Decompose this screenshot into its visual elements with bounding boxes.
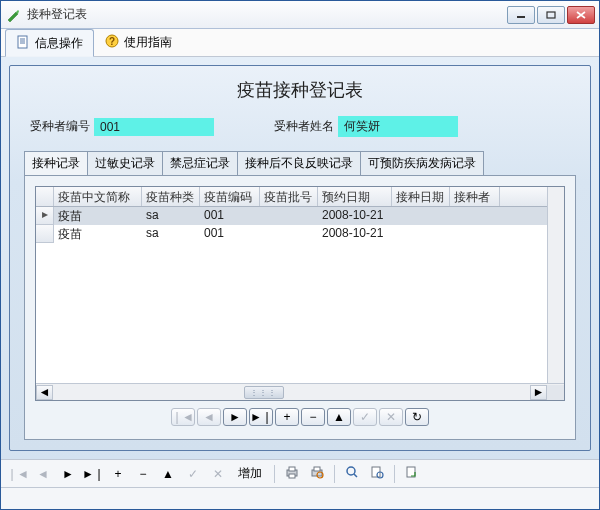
subtab-preventable-disease-record[interactable]: 可预防疾病发病记录 xyxy=(361,151,484,175)
subtab-body: 疫苗中文简称 疫苗种类 疫苗编码 疫苗批号 预约日期 接种日期 接种者 ▸ xyxy=(24,175,576,440)
titlebar: 接种登记表 xyxy=(1,1,599,29)
print-preview-button[interactable] xyxy=(306,464,328,484)
tab-help-guide[interactable]: ? 使用指南 xyxy=(94,29,183,56)
scroll-right-icon[interactable]: ► xyxy=(530,385,547,400)
printer-search-icon xyxy=(310,465,324,482)
vertical-scrollbar[interactable] xyxy=(547,187,564,383)
subtabs: 接种记录 过敏史记录 禁忌症记录 接种后不良反映记录 可预防疾病发病记录 xyxy=(24,151,576,175)
bb-edit-button[interactable]: ▲ xyxy=(157,464,179,484)
col-header[interactable]: 接种者 xyxy=(450,187,500,206)
col-header[interactable]: 疫苗种类 xyxy=(142,187,200,206)
subtab-vaccination-record[interactable]: 接种记录 xyxy=(24,151,88,175)
tab-label: 使用指南 xyxy=(124,34,172,51)
minimize-button[interactable] xyxy=(507,6,535,24)
subtab-allergy-record[interactable]: 过敏史记录 xyxy=(88,151,163,175)
tab-info-ops[interactable]: 信息操作 xyxy=(5,29,94,57)
row-indicator-icon xyxy=(36,225,54,243)
search-icon xyxy=(345,465,359,482)
bb-cancel-button[interactable]: ✕ xyxy=(207,464,229,484)
nav-prev-button[interactable]: ◄ xyxy=(197,408,221,426)
nav-refresh-button[interactable]: ↻ xyxy=(405,408,429,426)
col-header[interactable]: 接种日期 xyxy=(392,187,450,206)
recipient-name-value[interactable]: 何笑妍 xyxy=(338,116,458,137)
bb-add-button[interactable]: + xyxy=(107,464,129,484)
grid-header: 疫苗中文简称 疫苗种类 疫苗编码 疫苗批号 预约日期 接种日期 接种者 xyxy=(36,187,547,207)
nav-delete-button[interactable]: − xyxy=(301,408,325,426)
svg-point-14 xyxy=(347,467,355,475)
printer-icon xyxy=(285,465,299,482)
recipient-name-label: 受种者姓名 xyxy=(274,118,334,135)
svg-rect-2 xyxy=(18,36,27,48)
col-header[interactable]: 疫苗批号 xyxy=(260,187,318,206)
bb-last-button[interactable]: ►❘ xyxy=(82,464,104,484)
table-row[interactable]: ▸ 疫苗 sa 001 2008-10-21 xyxy=(36,207,547,225)
bb-prev-button[interactable]: ◄ xyxy=(32,464,54,484)
col-header[interactable]: 预约日期 xyxy=(318,187,392,206)
svg-rect-9 xyxy=(289,467,295,471)
app-icon xyxy=(5,7,21,23)
tab-label: 信息操作 xyxy=(35,35,83,52)
bottom-toolbar: ❘◄ ◄ ► ►❘ + − ▲ ✓ ✕ 增加 xyxy=(1,459,599,487)
document-search-icon xyxy=(370,465,384,482)
page-title: 疫苗接种登记表 xyxy=(24,70,576,116)
subtab-adverse-reaction-record[interactable]: 接种后不良反映记录 xyxy=(238,151,361,175)
content-area: 疫苗接种登记表 受种者编号 001 受种者姓名 何笑妍 接种记录 过敏史记录 禁… xyxy=(1,57,599,459)
recipient-id-label: 受种者编号 xyxy=(30,118,90,135)
svg-rect-10 xyxy=(289,474,295,478)
svg-rect-1 xyxy=(547,12,555,18)
export-button[interactable] xyxy=(401,464,423,484)
horizontal-scrollbar[interactable]: ◄ ⋮⋮⋮ ► xyxy=(36,383,564,400)
nav-last-button[interactable]: ►❘ xyxy=(249,408,273,426)
recipient-id-value[interactable]: 001 xyxy=(94,118,214,136)
bb-next-button[interactable]: ► xyxy=(57,464,79,484)
data-grid[interactable]: 疫苗中文简称 疫苗种类 疫苗编码 疫苗批号 预约日期 接种日期 接种者 ▸ xyxy=(35,186,565,401)
svg-text:?: ? xyxy=(109,36,115,47)
nav-cancel-button[interactable]: ✕ xyxy=(379,408,403,426)
close-button[interactable] xyxy=(567,6,595,24)
table-row[interactable]: 疫苗 sa 001 2008-10-21 xyxy=(36,225,547,243)
grid-body: ▸ 疫苗 sa 001 2008-10-21 xyxy=(36,207,547,383)
help-icon: ? xyxy=(105,34,119,51)
document-icon xyxy=(16,35,30,52)
subtab-contraindication-record[interactable]: 禁忌症记录 xyxy=(163,151,238,175)
nav-first-button[interactable]: ❘◄ xyxy=(171,408,195,426)
form-row: 受种者编号 001 受种者姓名 何笑妍 xyxy=(24,116,576,137)
nav-next-button[interactable]: ► xyxy=(223,408,247,426)
svg-rect-12 xyxy=(314,467,320,471)
nav-post-button[interactable]: ✓ xyxy=(353,408,377,426)
app-window: 接种登记表 信息操作 ? 使用指南 疫苗接种登记表 受种者编号 001 xyxy=(0,0,600,510)
main-toolbar: 信息操作 ? 使用指南 xyxy=(1,29,599,57)
bb-first-button[interactable]: ❘◄ xyxy=(7,464,29,484)
print-button[interactable] xyxy=(281,464,303,484)
export-icon xyxy=(405,465,419,482)
nav-edit-button[interactable]: ▲ xyxy=(327,408,351,426)
col-header[interactable]: 疫苗编码 xyxy=(200,187,260,206)
bb-add-text-button[interactable]: 增加 xyxy=(232,465,268,482)
bb-post-button[interactable]: ✓ xyxy=(182,464,204,484)
search-button[interactable] xyxy=(341,464,363,484)
filter-button[interactable] xyxy=(366,464,388,484)
col-header[interactable]: 疫苗中文简称 xyxy=(54,187,142,206)
statusbar xyxy=(1,487,599,509)
svg-line-15 xyxy=(354,474,357,477)
row-indicator-icon: ▸ xyxy=(36,207,54,225)
inner-panel: 疫苗接种登记表 受种者编号 001 受种者姓名 何笑妍 接种记录 过敏史记录 禁… xyxy=(9,65,591,451)
nav-add-button[interactable]: + xyxy=(275,408,299,426)
window-title: 接种登记表 xyxy=(27,6,507,23)
maximize-button[interactable] xyxy=(537,6,565,24)
scroll-left-icon[interactable]: ◄ xyxy=(36,385,53,400)
bb-delete-button[interactable]: − xyxy=(132,464,154,484)
record-navigator: ❘◄ ◄ ► ►❘ + − ▲ ✓ ✕ ↻ xyxy=(35,405,565,429)
